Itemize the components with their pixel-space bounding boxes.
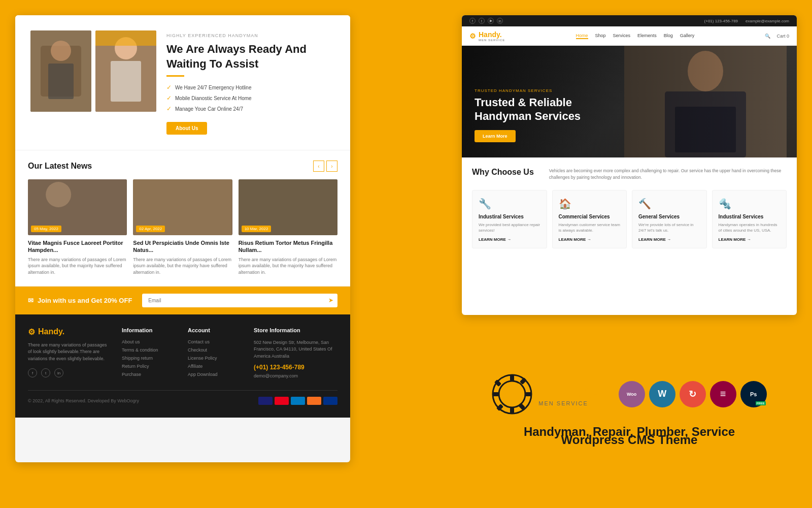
news-card-title-2: Sed Ut Perspiciatis Unde Omnis Iste Natu…: [133, 239, 232, 254]
service-learn-more-3[interactable]: LEARN MORE →: [638, 237, 700, 242]
news-date-1: 05 May, 2022: [31, 226, 61, 232]
footer-link-terms[interactable]: Terms & condition: [122, 347, 178, 353]
nav-services[interactable]: Services: [613, 33, 631, 39]
nav-elements[interactable]: Elements: [637, 33, 657, 39]
footer-copyright: © 2022, All Rights Reserved. Developed B…: [28, 398, 139, 403]
footer-grid: ⚙ Handy. There are many variations of pa…: [28, 327, 337, 380]
service-icon-4: 🔩: [719, 198, 781, 210]
check-icon-1: ✓: [166, 84, 172, 91]
hero-images: [30, 30, 156, 112]
rp-hero-label: TRUSTED HANDYMAN SERVICES: [475, 88, 581, 93]
news-prev-button[interactable]: ‹: [313, 161, 324, 172]
service-icon-2: 🏠: [559, 198, 621, 210]
service-learn-more-2[interactable]: LEARN MORE →: [559, 237, 621, 242]
topbar-social: f t ▶ in: [469, 18, 503, 24]
footer-link-purchase[interactable]: Purchase: [122, 372, 178, 377]
svg-rect-29: [496, 403, 503, 410]
service-name-2: Commercial Services: [559, 214, 621, 219]
hero-title: We Are Always Ready And Waiting To Assis…: [166, 42, 335, 71]
rp-why-header: Why Choose Us Vehicles are becoming ever…: [472, 168, 787, 181]
service-card-3: 🔨 General Services We're provide lots of…: [632, 190, 707, 248]
news-card-text-1: There are many variations of passages of…: [28, 257, 127, 276]
topbar: f t ▶ in (+01) 123-456-789 example@examp…: [462, 15, 797, 26]
topbar-right: (+01) 123-456-789 example@example.com: [704, 19, 789, 23]
news-image-1: 05 May, 2022: [28, 179, 127, 235]
nav-gallery[interactable]: Gallery: [680, 33, 695, 39]
check-icon-2: ✓: [166, 94, 172, 102]
newsletter-section: ✉ Join with us and Get 20% OFF ➤: [15, 287, 350, 314]
svg-rect-6: [95, 30, 156, 46]
news-card-text-3: There are many variations of passages of…: [239, 257, 337, 276]
rp-logo-sub: MEN SERVICE: [479, 39, 505, 42]
news-title: Our Latest News: [28, 162, 92, 171]
cart-label[interactable]: Cart 0: [776, 34, 789, 39]
footer-phone: (+01) 123-456-789: [254, 364, 337, 371]
footer-store-title: Store Information: [254, 327, 337, 333]
email-input[interactable]: [142, 294, 337, 307]
footer-link-contact[interactable]: Contact us: [188, 339, 244, 344]
brand-gear-icon: [492, 374, 532, 415]
footer-link-checkout[interactable]: Checkout: [188, 347, 244, 353]
footer-link-return[interactable]: Return Policy: [122, 364, 178, 369]
rp-logo: ⚙ Handy. MEN SERVICE: [469, 30, 505, 42]
svg-rect-3: [48, 64, 74, 99]
news-card-2: 02 Apr, 2022 Sed Ut Perspiciatis Unde Om…: [133, 179, 232, 275]
topbar-tw[interactable]: t: [479, 18, 485, 24]
svg-rect-25: [525, 392, 531, 396]
about-button[interactable]: About Us: [166, 122, 207, 135]
send-button[interactable]: ➤: [328, 297, 333, 304]
search-icon[interactable]: 🔍: [765, 34, 770, 39]
topbar-in[interactable]: in: [497, 18, 503, 24]
check-icon-3: ✓: [166, 105, 172, 112]
news-date-2: 02 Apr, 2022: [136, 226, 165, 232]
service-name-3: General Services: [638, 214, 700, 219]
woocommerce-badge: Woo: [619, 381, 645, 407]
news-image-3: 10 Mar, 2022: [239, 179, 337, 235]
svg-rect-24: [493, 392, 499, 396]
footer-description: There are many variations of passages of…: [28, 342, 112, 363]
nav-blog[interactable]: Blog: [664, 33, 673, 39]
service-desc-1: We provided best appliance repair servic…: [479, 222, 540, 233]
svg-point-10: [46, 182, 71, 207]
discover-icon: [307, 397, 321, 405]
footer-link-shipping[interactable]: Shipping return: [122, 356, 178, 361]
news-card-title-3: Risus Retium Tortor Metus Fringilla Null…: [239, 239, 337, 254]
footer-store-address: 502 New Design Str, Melbourne, San Franc…: [254, 339, 337, 360]
amex-icon: [291, 397, 305, 405]
twitter-icon[interactable]: t: [41, 368, 50, 377]
footer-section: ⚙ Handy. There are many variations of pa…: [15, 314, 350, 418]
facebook-icon[interactable]: f: [28, 368, 37, 377]
nav-shop[interactable]: Shop: [595, 33, 606, 39]
brand-name: Handy.: [538, 382, 598, 400]
news-next-button[interactable]: ›: [326, 161, 337, 172]
footer-link-appdownload[interactable]: App Download: [188, 372, 244, 377]
footer-link-license[interactable]: License Policy: [188, 356, 244, 361]
brand-row: Handy. MEN SERVICE Woo W ↻ ≡ Ps FREE: [492, 374, 766, 415]
service-learn-more-1[interactable]: LEARN MORE →: [479, 237, 540, 242]
service-card-1: 🔧 Industiral Services We provided best a…: [472, 190, 547, 248]
service-icon-3: 🔨: [638, 198, 700, 210]
service-name-1: Industiral Services: [479, 214, 540, 219]
rp-hero-cta[interactable]: Learn More: [475, 130, 516, 142]
instagram-icon[interactable]: in: [54, 368, 63, 377]
paypal-icon: [323, 397, 337, 405]
mail-icon: ✉: [28, 297, 33, 304]
service-learn-more-4[interactable]: LEARN MORE →: [719, 237, 781, 242]
tech-badges: Woo W ↻ ≡ Ps FREE: [619, 381, 767, 407]
refresh-badge: ↻: [680, 381, 706, 407]
topbar-yt[interactable]: ▶: [488, 18, 494, 24]
brand-name-wrap: Handy. MEN SERVICE: [538, 382, 598, 406]
footer-bottom: © 2022, All Rights Reserved. Developed B…: [28, 390, 337, 405]
footer-link-about[interactable]: About us: [122, 339, 178, 344]
topbar-fb[interactable]: f: [469, 18, 476, 24]
bottom-right-branding: Handy. MEN SERVICE Woo W ↻ ≡ Ps FREE: [462, 328, 797, 493]
mastercard-icon: [275, 397, 289, 405]
footer-email: demo@company.com: [254, 373, 337, 378]
service-card-4: 🔩 Industiral Services Handyman operates …: [712, 190, 787, 248]
nav-home[interactable]: Home: [576, 33, 588, 39]
footer-link-affiliate[interactable]: Affiliate: [188, 364, 244, 369]
rp-why-section: Why Choose Us Vehicles are becoming ever…: [462, 157, 797, 256]
payment-icons: [258, 397, 337, 405]
rp-nav-links: Home Shop Services Elements Blog Gallery: [576, 33, 695, 39]
hero-feature-3: ✓ Manage Youe Car Online 24/7: [166, 105, 335, 112]
